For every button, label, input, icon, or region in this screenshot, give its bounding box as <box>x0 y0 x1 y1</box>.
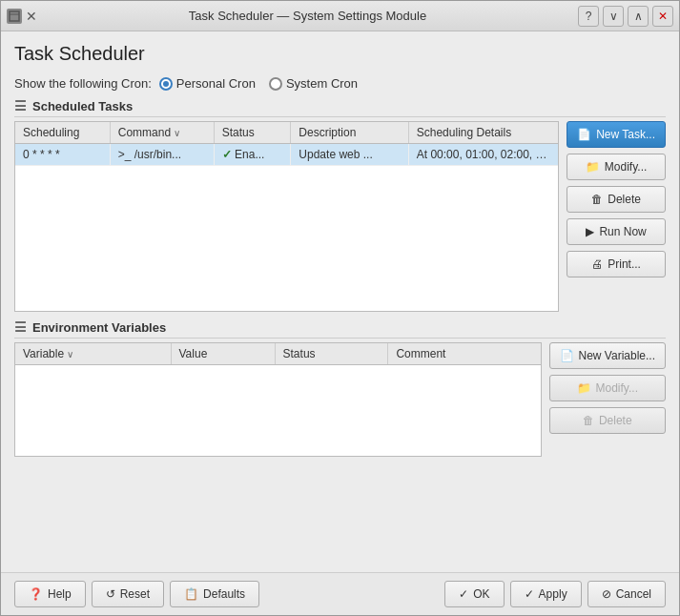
env-col-comment[interactable]: Comment <box>388 343 541 365</box>
scheduled-tasks-header: ☰ Scheduled Tasks <box>14 98 666 117</box>
print-icon: 🖨 <box>591 257 603 271</box>
titlebar-controls: ? ∨ ∧ ✕ <box>578 6 673 27</box>
new-variable-button[interactable]: 📄 New Variable... <box>549 342 666 369</box>
footer: ❓ Help ↺ Reset 📋 Defaults ✓ OK ✓ Apply <box>1 572 679 615</box>
ok-icon: ✓ <box>459 587 468 601</box>
cell-description: Update web ... <box>291 144 408 166</box>
modify-task-button[interactable]: 📁 Modify... <box>567 154 666 180</box>
system-cron-radio[interactable] <box>269 77 282 91</box>
titlebar-left: ✕ <box>7 9 37 24</box>
scheduled-tasks-btn-panel: 📄 New Task... 📁 Modify... 🗑 Delete ▶ Run… <box>567 121 666 312</box>
cell-status: ✓ Ena... <box>214 144 291 166</box>
main-window: ✕ Task Scheduler — System Settings Modul… <box>0 0 680 616</box>
scheduled-tasks-icon: ☰ <box>14 98 27 113</box>
footer-left: ❓ Help ↺ Reset 📋 Defaults <box>14 581 259 607</box>
modify-variable-button[interactable]: 📁 Modify... <box>549 375 666 401</box>
defaults-icon: 📋 <box>184 587 198 601</box>
footer-right: ✓ OK ✓ Apply ⊘ Cancel <box>267 581 666 607</box>
apply-icon: ✓ <box>525 587 534 601</box>
personal-cron-label: Personal Cron <box>176 76 256 91</box>
scheduled-tasks-table-container: Scheduling Command ∨ Status Description … <box>14 121 559 312</box>
new-variable-icon: 📄 <box>560 349 574 362</box>
delete-variable-button[interactable]: 🗑 Delete <box>549 407 666 434</box>
cron-radio-group: Personal Cron System Cron <box>159 76 358 91</box>
pin-icon[interactable]: ✕ <box>26 9 37 24</box>
print-button[interactable]: 🖨 Print... <box>567 251 666 277</box>
delete-variable-icon: 🗑 <box>583 414 594 427</box>
env-variables-section: ☰ Environment Variables Variable ∨ Value… <box>14 319 666 457</box>
window-title: Task Scheduler — System Settings Module <box>37 9 578 23</box>
help-button[interactable]: ? <box>578 6 599 27</box>
env-variables-label: Environment Variables <box>32 320 166 335</box>
env-icon: ☰ <box>14 319 27 335</box>
cell-command: >_ /usr/bin... <box>110 144 214 166</box>
cell-details: At 00:00, 01:00, 02:00, 03:00, ... <box>408 144 558 166</box>
reset-button[interactable]: ↺ Reset <box>92 581 164 607</box>
help-footer-button[interactable]: ❓ Help <box>14 581 86 607</box>
reset-icon: ↺ <box>106 587 115 601</box>
modify-variable-icon: 📁 <box>577 381 591 395</box>
maximize-button[interactable]: ∧ <box>628 6 649 27</box>
personal-cron-option[interactable]: Personal Cron <box>159 76 256 91</box>
col-status[interactable]: Status <box>214 122 291 144</box>
env-variables-header: ☰ Environment Variables <box>14 319 666 339</box>
page-title: Task Scheduler <box>14 43 666 65</box>
cron-label: Show the following Cron: <box>14 76 152 91</box>
env-col-variable[interactable]: Variable ∨ <box>15 343 171 365</box>
col-scheduling-details[interactable]: Scheduling Details <box>408 122 558 144</box>
new-task-button[interactable]: 📄 New Task... <box>567 121 666 148</box>
run-now-button[interactable]: ▶ Run Now <box>567 218 666 245</box>
delete-task-button[interactable]: 🗑 Delete <box>567 186 666 213</box>
help-footer-icon: ❓ <box>29 587 43 601</box>
delete-task-icon: 🗑 <box>591 193 603 206</box>
defaults-button[interactable]: 📋 Defaults <box>170 581 259 607</box>
cancel-icon: ⊘ <box>602 587 611 601</box>
minimize-button[interactable]: ∨ <box>603 6 624 27</box>
env-btn-panel: 📄 New Variable... 📁 Modify... 🗑 Delete <box>549 342 666 457</box>
env-col-value[interactable]: Value <box>171 343 275 365</box>
table-row[interactable]: 0 * * * * >_ /usr/bin... ✓ Ena... Update… <box>15 144 558 166</box>
ok-button[interactable]: ✓ OK <box>444 581 504 607</box>
app-icon <box>7 9 22 24</box>
scheduled-tasks-label: Scheduled Tasks <box>32 99 133 113</box>
env-col-status[interactable]: Status <box>275 343 388 365</box>
personal-cron-radio[interactable] <box>159 77 173 91</box>
cancel-button[interactable]: ⊘ Cancel <box>587 581 666 607</box>
col-description[interactable]: Description <box>291 122 408 144</box>
modify-task-icon: 📁 <box>586 160 600 174</box>
scheduled-tasks-table: Scheduling Command ∨ Status Description … <box>15 122 558 166</box>
cron-row: Show the following Cron: Personal Cron S… <box>14 76 666 91</box>
env-table: Variable ∨ Value Status Comment <box>15 343 541 365</box>
scheduled-tasks-section: ☰ Scheduled Tasks Scheduling Command ∨ S… <box>14 98 666 312</box>
run-now-icon: ▶ <box>586 225 594 238</box>
apply-button[interactable]: ✓ Apply <box>510 581 582 607</box>
titlebar: ✕ Task Scheduler — System Settings Modul… <box>1 1 679 31</box>
new-task-icon: 📄 <box>577 128 591 141</box>
cell-scheduling: 0 * * * * <box>15 144 110 166</box>
col-scheduling[interactable]: Scheduling <box>15 122 110 144</box>
content-area: Task Scheduler Show the following Cron: … <box>1 31 679 572</box>
col-command[interactable]: Command ∨ <box>110 122 214 144</box>
scheduled-tasks-area: Scheduling Command ∨ Status Description … <box>14 121 666 312</box>
env-table-container: Variable ∨ Value Status Comment <box>14 342 542 457</box>
close-button[interactable]: ✕ <box>652 6 673 27</box>
svg-rect-0 <box>10 11 19 21</box>
env-variables-area: Variable ∨ Value Status Comment 📄 <box>14 342 666 457</box>
system-cron-option[interactable]: System Cron <box>269 76 358 91</box>
system-cron-label: System Cron <box>286 76 358 91</box>
